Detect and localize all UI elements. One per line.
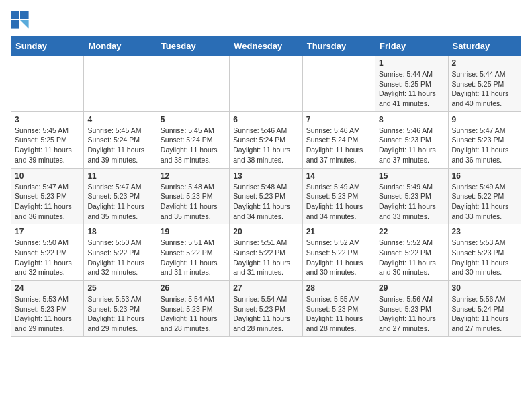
calendar-cell: 19Sunrise: 5:51 AMSunset: 5:22 PMDayligh… <box>157 224 229 281</box>
day-number: 1 <box>379 58 444 68</box>
day-info: Sunset: 5:23 PM <box>233 304 298 314</box>
calendar-cell: 13Sunrise: 5:48 AMSunset: 5:23 PMDayligh… <box>230 168 302 224</box>
day-info: and 38 minutes. <box>233 155 298 165</box>
day-info: and 39 minutes. <box>15 155 80 165</box>
day-number: 28 <box>306 283 371 293</box>
day-info: Sunrise: 5:52 AM <box>306 238 371 248</box>
day-info: Daylight: 11 hours <box>15 314 80 324</box>
svg-rect-2 <box>11 20 19 29</box>
day-info: Sunrise: 5:49 AM <box>379 182 444 192</box>
logo-icon <box>11 11 30 30</box>
day-info: Sunrise: 5:47 AM <box>87 182 152 192</box>
day-info: Daylight: 11 hours <box>161 201 226 212</box>
day-info: Daylight: 11 hours <box>87 258 152 268</box>
day-info: and 35 minutes. <box>87 212 152 222</box>
day-info: Sunrise: 5:46 AM <box>233 126 298 136</box>
day-number: 6 <box>233 115 298 124</box>
day-info: Daylight: 11 hours <box>233 145 298 155</box>
calendar-cell: 25Sunrise: 5:53 AMSunset: 5:23 PMDayligh… <box>84 281 157 337</box>
logo <box>11 11 32 30</box>
calendar-cell: 27Sunrise: 5:54 AMSunset: 5:23 PMDayligh… <box>230 281 302 337</box>
svg-rect-0 <box>11 11 19 19</box>
calendar-cell: 10Sunrise: 5:47 AMSunset: 5:23 PMDayligh… <box>11 168 84 224</box>
day-info: Sunrise: 5:52 AM <box>379 238 444 248</box>
weekday-header: Saturday <box>448 37 521 56</box>
calendar-week-row: 3Sunrise: 5:45 AMSunset: 5:25 PMDaylight… <box>11 111 521 168</box>
calendar-cell: 1Sunrise: 5:44 AMSunset: 5:25 PMDaylight… <box>375 56 448 112</box>
day-number: 16 <box>452 171 517 181</box>
day-info: Daylight: 11 hours <box>452 314 517 324</box>
day-number: 4 <box>87 115 152 124</box>
calendar-cell: 23Sunrise: 5:53 AMSunset: 5:23 PMDayligh… <box>448 224 521 281</box>
calendar-cell: 12Sunrise: 5:48 AMSunset: 5:23 PMDayligh… <box>157 168 229 224</box>
day-info: Sunrise: 5:44 AM <box>379 69 444 79</box>
day-info: and 30 minutes. <box>306 267 371 277</box>
day-info: Sunset: 5:22 PM <box>379 248 444 258</box>
day-number: 19 <box>161 227 226 236</box>
day-info: Sunset: 5:23 PM <box>379 304 444 314</box>
day-info: Sunset: 5:22 PM <box>233 248 298 258</box>
day-info: Sunset: 5:25 PM <box>452 79 517 89</box>
day-info: and 38 minutes. <box>161 155 226 165</box>
day-info: Daylight: 11 hours <box>306 314 371 324</box>
day-number: 29 <box>379 283 444 293</box>
day-info: and 28 minutes. <box>161 324 226 334</box>
day-number: 7 <box>306 115 371 124</box>
calendar-cell: 8Sunrise: 5:46 AMSunset: 5:23 PMDaylight… <box>375 111 448 168</box>
day-info: Daylight: 11 hours <box>379 145 444 155</box>
calendar-cell: 22Sunrise: 5:52 AMSunset: 5:22 PMDayligh… <box>375 224 448 281</box>
day-info: Sunset: 5:23 PM <box>306 304 371 314</box>
calendar-cell: 7Sunrise: 5:46 AMSunset: 5:24 PMDaylight… <box>302 111 375 168</box>
day-info: Sunrise: 5:46 AM <box>379 126 444 136</box>
calendar-cell: 5Sunrise: 5:45 AMSunset: 5:24 PMDaylight… <box>157 111 229 168</box>
day-info: Daylight: 11 hours <box>161 145 226 155</box>
day-info: Sunset: 5:23 PM <box>452 135 517 145</box>
day-info: Sunset: 5:23 PM <box>161 304 226 314</box>
day-info: and 29 minutes. <box>87 324 152 334</box>
day-info: Sunset: 5:23 PM <box>233 191 298 201</box>
calendar-cell: 17Sunrise: 5:50 AMSunset: 5:22 PMDayligh… <box>11 224 84 281</box>
day-info: Daylight: 11 hours <box>233 314 298 324</box>
day-number: 10 <box>15 171 80 181</box>
calendar-cell: 4Sunrise: 5:45 AMSunset: 5:24 PMDaylight… <box>84 111 157 168</box>
day-number: 25 <box>87 283 152 293</box>
day-info: Sunset: 5:24 PM <box>161 135 226 145</box>
calendar-cell: 30Sunrise: 5:56 AMSunset: 5:24 PMDayligh… <box>448 281 521 337</box>
day-info: Daylight: 11 hours <box>161 314 226 324</box>
calendar-header-row: SundayMondayTuesdayWednesdayThursdayFrid… <box>11 37 521 56</box>
day-info: Sunset: 5:23 PM <box>161 191 226 201</box>
day-info: and 35 minutes. <box>161 212 226 222</box>
calendar-table: SundayMondayTuesdayWednesdayThursdayFrid… <box>11 36 521 337</box>
weekday-header: Wednesday <box>230 37 302 56</box>
day-info: Sunrise: 5:55 AM <box>306 294 371 304</box>
day-info: Sunset: 5:24 PM <box>452 304 517 314</box>
day-info: Sunrise: 5:53 AM <box>87 294 152 304</box>
calendar-cell <box>11 56 84 112</box>
day-info: Daylight: 11 hours <box>379 89 444 99</box>
day-info: Daylight: 11 hours <box>306 201 371 212</box>
calendar-cell: 11Sunrise: 5:47 AMSunset: 5:23 PMDayligh… <box>84 168 157 224</box>
day-info: Sunrise: 5:56 AM <box>379 294 444 304</box>
day-info: Sunset: 5:22 PM <box>15 248 80 258</box>
day-number: 9 <box>452 115 517 124</box>
day-number: 2 <box>452 58 517 68</box>
day-info: and 29 minutes. <box>15 324 80 334</box>
day-info: Daylight: 11 hours <box>15 201 80 212</box>
day-info: Sunset: 5:24 PM <box>306 135 371 145</box>
day-info: and 34 minutes. <box>233 212 298 222</box>
day-info: Sunset: 5:25 PM <box>379 79 444 89</box>
day-info: and 32 minutes. <box>87 267 152 277</box>
day-info: Daylight: 11 hours <box>87 201 152 212</box>
calendar-cell: 26Sunrise: 5:54 AMSunset: 5:23 PMDayligh… <box>157 281 229 337</box>
day-info: Sunrise: 5:50 AM <box>87 238 152 248</box>
day-info: Daylight: 11 hours <box>15 145 80 155</box>
calendar-cell: 15Sunrise: 5:49 AMSunset: 5:23 PMDayligh… <box>375 168 448 224</box>
day-info: Sunset: 5:24 PM <box>87 135 152 145</box>
calendar-cell: 29Sunrise: 5:56 AMSunset: 5:23 PMDayligh… <box>375 281 448 337</box>
day-info: and 32 minutes. <box>15 267 80 277</box>
day-number: 3 <box>15 115 80 124</box>
day-info: and 28 minutes. <box>306 324 371 334</box>
day-info: Sunrise: 5:46 AM <box>306 126 371 136</box>
weekday-header: Sunday <box>11 37 84 56</box>
day-info: Sunrise: 5:54 AM <box>233 294 298 304</box>
